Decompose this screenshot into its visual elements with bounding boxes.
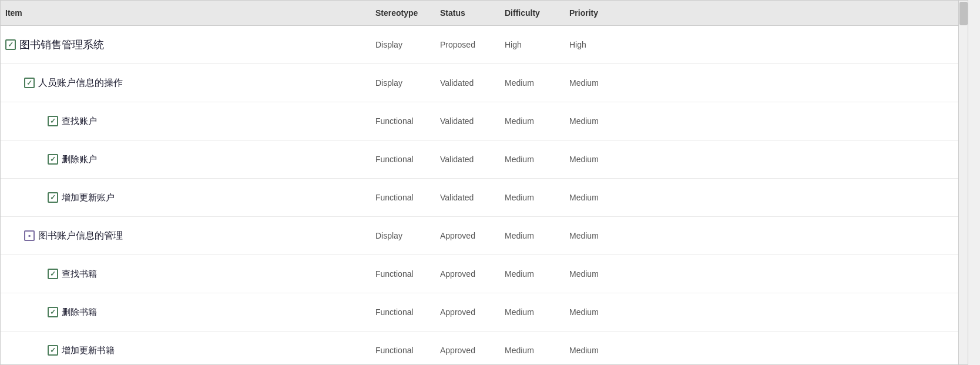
row-item-label: 删除书籍 [1,307,371,318]
item-text: 查找账户 [62,116,97,127]
row-priority: Medium [565,78,629,88]
row-stereotype: Display [371,40,435,49]
row-item-label: 查找书籍 [1,269,371,280]
row-status: Approved [435,269,500,279]
table-header: Item Stereotype Status Difficulty Priori… [1,1,968,26]
row-stereotype: Functional [371,269,435,279]
header-difficulty: Difficulty [500,8,565,18]
checkbox-icon[interactable] [48,154,58,165]
row-difficulty: Medium [500,155,565,164]
row-priority: Medium [565,193,629,202]
checkbox-icon[interactable] [48,269,58,279]
scrollbar-track[interactable] [958,1,968,365]
row-difficulty: Medium [500,307,565,317]
row-status: Validated [435,78,500,88]
checkbox-icon[interactable] [5,39,16,50]
item-text: 增加更新书籍 [62,345,115,356]
row-stereotype: Display [371,78,435,88]
table-row[interactable]: 增加更新书籍 Functional Approved Medium Medium [1,331,968,365]
row-stereotype: Functional [371,193,435,202]
row-item-label: 删除账户 [1,154,371,165]
header-item: Item [1,8,371,18]
row-item-label: 图书销售管理系统 [1,38,371,52]
row-status: Validated [435,193,500,202]
item-text: 人员账户信息的操作 [38,77,123,89]
row-priority: Medium [565,269,629,279]
item-text: 增加更新账户 [62,192,115,203]
item-text: 图书销售管理系统 [19,38,104,52]
row-item-label: 人员账户信息的操作 [1,77,371,89]
main-table: Item Stereotype Status Difficulty Priori… [0,0,968,365]
row-item-label: 增加更新账户 [1,192,371,203]
row-difficulty: High [500,40,565,49]
table-body: 图书销售管理系统 Display Proposed High High 人员账户… [1,26,968,365]
row-status: Approved [435,346,500,355]
header-status: Status [435,8,500,18]
row-difficulty: Medium [500,346,565,355]
item-text: 删除书籍 [62,307,97,318]
row-status: Approved [435,231,500,240]
row-difficulty: Medium [500,193,565,202]
row-stereotype: Display [371,231,435,240]
row-priority: Medium [565,116,629,126]
table-row[interactable]: 查找账户 Functional Validated Medium Medium [1,102,968,140]
table-row[interactable]: 查找书籍 Functional Approved Medium Medium [1,255,968,293]
table-row[interactable]: 图书销售管理系统 Display Proposed High High [1,26,968,64]
row-status: Validated [435,155,500,164]
checkbox-icon[interactable] [24,230,35,241]
item-text: 删除账户 [62,154,97,165]
header-stereotype: Stereotype [371,8,435,18]
row-priority: Medium [565,231,629,240]
row-priority: Medium [565,307,629,317]
table-row[interactable]: 删除书籍 Functional Approved Medium Medium [1,293,968,331]
row-status: Validated [435,116,500,126]
row-difficulty: Medium [500,269,565,279]
row-difficulty: Medium [500,116,565,126]
table-row[interactable]: 删除账户 Functional Validated Medium Medium [1,140,968,179]
row-status: Proposed [435,40,500,49]
scrollbar-thumb[interactable] [959,2,968,25]
row-item-label: 增加更新书籍 [1,345,371,356]
checkbox-icon[interactable] [48,345,58,356]
row-stereotype: Functional [371,116,435,126]
row-item-label: 图书账户信息的管理 [1,230,371,242]
header-priority: Priority [565,8,629,18]
row-stereotype: Functional [371,346,435,355]
row-priority: High [565,40,629,49]
row-priority: Medium [565,346,629,355]
item-text: 查找书籍 [62,269,97,280]
row-stereotype: Functional [371,307,435,317]
checkbox-icon[interactable] [24,78,35,88]
row-difficulty: Medium [500,231,565,240]
table-row[interactable]: 增加更新账户 Functional Validated Medium Mediu… [1,179,968,217]
row-status: Approved [435,307,500,317]
row-stereotype: Functional [371,155,435,164]
row-difficulty: Medium [500,78,565,88]
row-item-label: 查找账户 [1,116,371,127]
checkbox-icon[interactable] [48,116,58,126]
checkbox-icon[interactable] [48,192,58,203]
row-priority: Medium [565,155,629,164]
table-row[interactable]: 人员账户信息的操作 Display Validated Medium Mediu… [1,64,968,102]
item-text: 图书账户信息的管理 [38,230,123,242]
checkbox-icon[interactable] [48,307,58,317]
table-row[interactable]: 图书账户信息的管理 Display Approved Medium Medium [1,217,968,255]
